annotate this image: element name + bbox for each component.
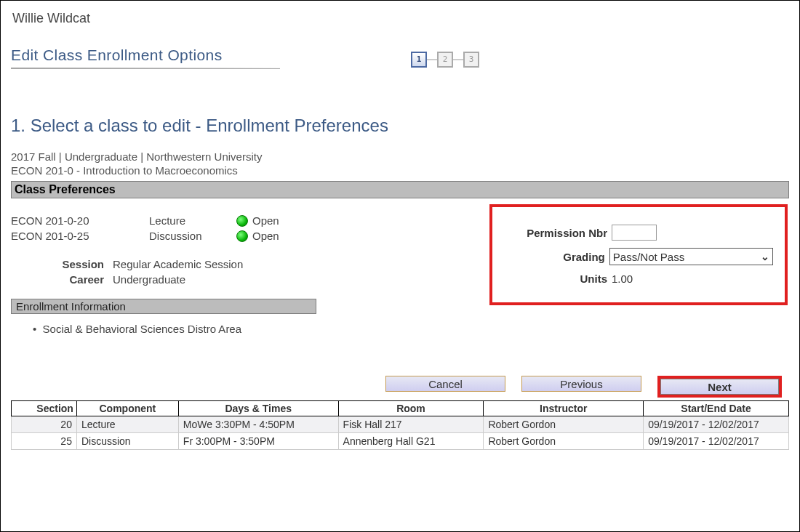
button-row: Cancel Previous Next [11, 376, 789, 398]
step-1[interactable]: 1 [411, 52, 427, 68]
cell-days-times: Fr 3:00PM - 3:50PM [178, 433, 338, 450]
class-row: ECON 201-0-20 Lecture Open [11, 214, 476, 227]
step-2[interactable]: 2 [437, 52, 453, 68]
class-status: Open [236, 230, 279, 242]
cell-days-times: MoWe 3:30PM - 4:50PM [178, 416, 338, 433]
enrollment-information-bar: Enrollment Information [11, 299, 316, 314]
status-open-icon [236, 215, 248, 227]
session-label: Session [11, 258, 113, 270]
next-button-highlight: Next [657, 376, 782, 398]
class-code: ECON 201-0-25 [11, 230, 149, 242]
course-line: ECON 201-0 - Introduction to Macroeconom… [11, 164, 789, 177]
term-line: 2017 Fall | Undergraduate | Northwestern… [11, 150, 789, 163]
step-connector [427, 59, 437, 60]
th-days-times: Days & Times [178, 401, 338, 416]
permission-nbr-input[interactable] [612, 225, 657, 241]
user-name: Willie Wildcat [12, 11, 789, 26]
enrollment-options-box: Permission Nbr Grading Pass/Not Pass ⌄ U… [489, 204, 788, 305]
cell-component: Discussion [76, 433, 178, 450]
next-button[interactable]: Next [660, 379, 779, 395]
grading-row: Grading Pass/Not Pass ⌄ [500, 248, 773, 265]
class-code: ECON 201-0-20 [11, 214, 149, 227]
enrollment-bullet: • Social & Behavioral Sciences Distro Ar… [33, 323, 476, 335]
step-indicator: 1 2 3 [411, 52, 479, 68]
grading-select[interactable]: Pass/Not Pass ⌄ [609, 248, 773, 265]
class-row: ECON 201-0-25 Discussion Open [11, 230, 476, 242]
permission-label: Permission Nbr [500, 227, 607, 239]
cell-instructor: Robert Gordon [484, 416, 644, 433]
chevron-down-icon: ⌄ [761, 251, 769, 262]
class-status-text: Open [252, 230, 279, 242]
class-component: Discussion [149, 230, 236, 242]
class-status-text: Open [252, 214, 279, 227]
preferences-left-column: ECON 201-0-20 Lecture Open ECON 201-0-25… [11, 211, 476, 335]
cell-component: Lecture [76, 416, 178, 433]
table-row: 20 Lecture MoWe 3:30PM - 4:50PM Fisk Hal… [12, 416, 789, 433]
step-connector [453, 59, 463, 60]
cell-section: 25 [12, 433, 77, 450]
units-row: Units 1.00 [500, 273, 773, 285]
enrollment-bullet-text: Social & Behavioral Sciences Distro Area [43, 323, 241, 335]
section-title: 1. Select a class to edit - Enrollment P… [11, 116, 789, 136]
session-row: Session Regular Academic Session [11, 258, 476, 270]
cell-room: Fisk Hall 217 [338, 416, 484, 433]
th-section: Section [12, 401, 77, 416]
previous-button[interactable]: Previous [521, 376, 641, 392]
step-3[interactable]: 3 [463, 52, 479, 68]
grading-label: Grading [500, 251, 605, 263]
permission-row: Permission Nbr [500, 225, 773, 241]
class-status: Open [236, 214, 279, 227]
cell-instructor: Robert Gordon [484, 433, 644, 450]
grading-value: Pass/Not Pass [613, 251, 684, 263]
schedule-table: Section Component Days & Times Room Inst… [11, 400, 789, 450]
career-value: Undergraduate [113, 273, 185, 286]
status-open-icon [236, 230, 248, 242]
cell-dates: 09/19/2017 - 12/02/2017 [644, 433, 789, 450]
preferences-body: ECON 201-0-20 Lecture Open ECON 201-0-25… [11, 198, 789, 342]
cell-section: 20 [12, 416, 77, 433]
page-heading: Edit Class Enrollment Options [11, 47, 280, 69]
th-instructor: Instructor [484, 401, 644, 416]
table-header-row: Section Component Days & Times Room Inst… [12, 401, 789, 416]
th-room: Room [338, 401, 484, 416]
th-component: Component [76, 401, 178, 416]
table-row: 25 Discussion Fr 3:00PM - 3:50PM Annenbe… [12, 433, 789, 450]
career-row: Career Undergraduate [11, 273, 476, 286]
class-component: Lecture [149, 214, 236, 227]
units-value: 1.00 [612, 273, 633, 285]
page-container: Willie Wildcat Edit Class Enrollment Opt… [0, 0, 800, 532]
career-label: Career [11, 273, 113, 286]
heading-row: Edit Class Enrollment Options 1 2 3 [11, 47, 789, 72]
cell-dates: 09/19/2017 - 12/02/2017 [644, 416, 789, 433]
th-dates: Start/End Date [644, 401, 789, 416]
units-label: Units [500, 273, 607, 285]
class-preferences-bar: Class Preferences [11, 181, 789, 198]
session-value: Regular Academic Session [113, 258, 243, 270]
cancel-button[interactable]: Cancel [385, 376, 505, 392]
cell-room: Annenberg Hall G21 [338, 433, 484, 450]
